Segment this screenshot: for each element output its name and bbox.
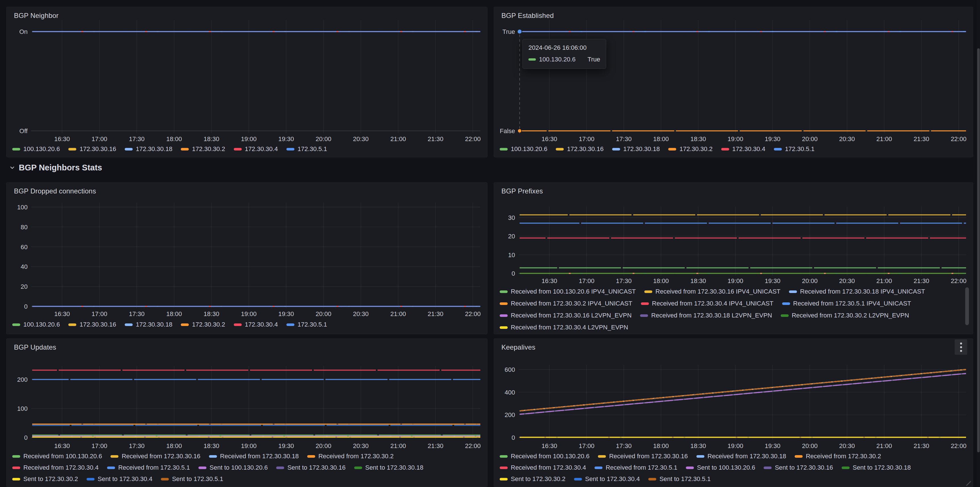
- legend-item[interactable]: 172.30.30.4: [721, 145, 765, 153]
- legend-item[interactable]: 100.130.20.6: [12, 321, 60, 328]
- legend-item[interactable]: Received from 100.130.20.6: [500, 452, 589, 460]
- legend-item[interactable]: 100.130.20.6: [12, 145, 60, 153]
- legend-item[interactable]: Received from 172.30.5.1: [107, 464, 190, 471]
- legend-item[interactable]: Received from 172.30.30.18 IPV4_UNICAST: [789, 288, 925, 295]
- legend-swatch-icon: [774, 148, 782, 151]
- legend-item[interactable]: Received from 172.30.30.18: [209, 452, 299, 460]
- chart-bgp-established[interactable]: TrueFalse16:3017:0017:3018:0018:3019:001…: [494, 7, 973, 145]
- x-tick-label: 22:00: [465, 443, 480, 449]
- legend-label: 172.30.30.4: [732, 145, 765, 153]
- legend-item[interactable]: Received from 172.30.30.16: [598, 452, 687, 460]
- legend-label: Sent to 172.30.30.16: [287, 464, 345, 471]
- chart-bgp-dropped[interactable]: 02040608010016:3017:0017:3018:0018:3019:…: [6, 182, 487, 320]
- legend-item[interactable]: Sent to 172.30.5.1: [161, 475, 223, 483]
- x-tick-label: 20:30: [353, 310, 369, 317]
- legend-label: 172.30.30.16: [567, 145, 603, 153]
- page-scrollbar-thumb[interactable]: [977, 48, 980, 452]
- legend-row: Received from 100.130.20.6Received from …: [500, 451, 889, 462]
- legend-item[interactable]: Received from 172.30.30.4 L2VPN_EVPN: [500, 324, 628, 331]
- legend-item[interactable]: Sent to 100.130.20.6: [686, 464, 755, 471]
- panel-title-bgp-neighbor[interactable]: BGP Neighbor: [14, 12, 59, 20]
- chart-bgp-updates[interactable]: 010020016:3017:0017:3018:0018:3019:0019:…: [6, 339, 487, 452]
- panel-title-bgp-updates[interactable]: BGP Updates: [14, 343, 56, 351]
- panel-title-bgp-dropped[interactable]: BGP Dropped connections: [14, 187, 96, 195]
- legend-item[interactable]: Received from 172.30.30.4: [12, 464, 99, 471]
- chart-bgp-prefixes[interactable]: 010203016:3017:0017:3018:0018:3019:0019:…: [494, 182, 973, 287]
- page-scrollbar-track: [977, 0, 980, 487]
- x-tick-label: 19:00: [727, 135, 743, 143]
- legend-label: 172.30.30.4: [245, 145, 278, 153]
- legend-item[interactable]: Received from 172.30.30.18 L2VPN_EVPN: [640, 312, 772, 319]
- legend-item[interactable]: Sent to 172.30.30.16: [764, 464, 833, 471]
- legend-item[interactable]: Sent to 172.30.30.2: [500, 475, 565, 483]
- legend-item[interactable]: Received from 172.30.30.16 L2VPN_EVPN: [500, 312, 632, 319]
- x-tick-label: 20:30: [353, 443, 369, 449]
- legend-item[interactable]: Received from 172.30.30.18: [697, 452, 786, 460]
- x-tick-label: 21:30: [914, 278, 929, 284]
- panel-menu-kebab-icon[interactable]: [955, 339, 967, 355]
- legend-item[interactable]: Received from 172.30.30.16: [110, 452, 200, 460]
- legend-item[interactable]: 172.30.30.16: [68, 145, 116, 153]
- legend-item[interactable]: Received from 100.130.20.6: [12, 452, 102, 460]
- legend-item[interactable]: Received from 172.30.30.4 IPV4_UNICAST: [641, 300, 773, 307]
- chart-bgp-neighbor[interactable]: OnOff16:3017:0017:3018:0018:3019:0019:30…: [6, 7, 487, 145]
- legend-item[interactable]: Received from 172.30.30.2 L2VPN_EVPN: [781, 312, 909, 319]
- chart-keepalives[interactable]: 020040060016:3017:0017:3018:0018:3019:00…: [494, 339, 973, 452]
- legend-item[interactable]: 172.30.30.2: [181, 321, 225, 328]
- legend-swatch-icon: [12, 324, 20, 326]
- legend-label: Received from 172.30.30.18 L2VPN_EVPN: [651, 312, 772, 319]
- legend-item[interactable]: 172.30.30.16: [68, 321, 116, 328]
- section-header-bgp-neighbors-stats[interactable]: BGP Neighbors Stats: [8, 161, 102, 174]
- legend-item[interactable]: Received from 100.130.20.6 IPV4_UNICAST: [500, 288, 636, 295]
- legend-bgp-updates: Received from 100.130.20.6Received from …: [12, 451, 479, 485]
- legend-item[interactable]: 172.30.30.2: [181, 145, 225, 153]
- x-tick-label: 19:30: [765, 443, 780, 449]
- legend-scrollbar-thumb[interactable]: [965, 287, 969, 325]
- legend-item[interactable]: 172.30.30.2: [668, 145, 713, 153]
- x-tick-label: 18:00: [166, 135, 182, 143]
- legend-label: Received from 172.30.30.4 IPV4_UNICAST: [652, 300, 773, 307]
- legend-swatch-icon: [234, 324, 242, 326]
- legend-item[interactable]: Received from 172.30.5.1: [595, 464, 677, 471]
- legend-item[interactable]: Received from 172.30.30.2: [795, 452, 881, 460]
- legend-row: Received from 172.30.30.4 L2VPN_EVPN: [500, 322, 636, 332]
- legend-swatch-icon: [697, 455, 705, 458]
- legend-item[interactable]: Sent to 172.30.30.18: [842, 464, 911, 471]
- legend-item[interactable]: 172.30.30.4: [234, 321, 278, 328]
- legend-item[interactable]: Sent to 172.30.5.1: [648, 475, 711, 483]
- legend-item[interactable]: Received from 172.30.30.16 IPV4_UNICAST: [644, 288, 780, 295]
- legend-item[interactable]: Sent to 172.30.30.4: [574, 475, 640, 483]
- panel-title-keepalives[interactable]: Keepalives: [501, 343, 535, 351]
- x-tick-label: 20:00: [802, 278, 818, 284]
- legend-item[interactable]: 172.30.30.4: [234, 145, 278, 153]
- legend-item[interactable]: 172.30.5.1: [774, 145, 815, 153]
- legend-item[interactable]: 100.130.20.6: [500, 145, 547, 153]
- legend-item[interactable]: 172.30.30.18: [125, 321, 172, 328]
- legend-item[interactable]: 172.30.30.18: [125, 145, 172, 153]
- legend-label: Sent to 172.30.30.4: [585, 475, 640, 483]
- legend-item[interactable]: Sent to 172.30.30.18: [354, 464, 423, 471]
- legend-label: Received from 172.30.5.1 IPV4_UNICAST: [793, 300, 912, 307]
- legend-item[interactable]: Received from 172.30.30.2: [307, 452, 393, 460]
- legend-item[interactable]: 172.30.30.16: [556, 145, 603, 153]
- panel-title-bgp-prefixes[interactable]: BGP Prefixes: [501, 187, 543, 195]
- y-tick-label: 600: [504, 366, 515, 373]
- legend-swatch-icon: [234, 148, 242, 151]
- legend-item[interactable]: Sent to 172.30.30.4: [87, 475, 152, 483]
- legend-item[interactable]: Received from 172.30.30.2 IPV4_UNICAST: [500, 300, 632, 307]
- legend-item[interactable]: Sent to 100.130.20.6: [199, 464, 267, 471]
- legend-item[interactable]: Sent to 172.30.30.2: [12, 475, 78, 483]
- legend-item[interactable]: 172.30.5.1: [286, 145, 327, 153]
- legend-label: Received from 172.30.5.1: [118, 464, 190, 471]
- legend-item[interactable]: Received from 172.30.5.1 IPV4_UNICAST: [782, 300, 912, 307]
- panel-resize-handle[interactable]: [966, 481, 971, 486]
- legend-item[interactable]: Received from 172.30.30.4: [500, 464, 586, 471]
- panel-title-bgp-established[interactable]: BGP Established: [501, 12, 554, 20]
- y-tick-label: 100: [17, 204, 28, 211]
- legend-item[interactable]: Sent to 172.30.30.16: [276, 464, 345, 471]
- legend-item[interactable]: 172.30.30.18: [612, 145, 660, 153]
- legend-label: Sent to 172.30.30.18: [853, 464, 911, 471]
- x-tick-label: 18:30: [204, 310, 219, 317]
- y-tick-label: True: [503, 28, 515, 35]
- legend-item[interactable]: 172.30.5.1: [286, 321, 327, 328]
